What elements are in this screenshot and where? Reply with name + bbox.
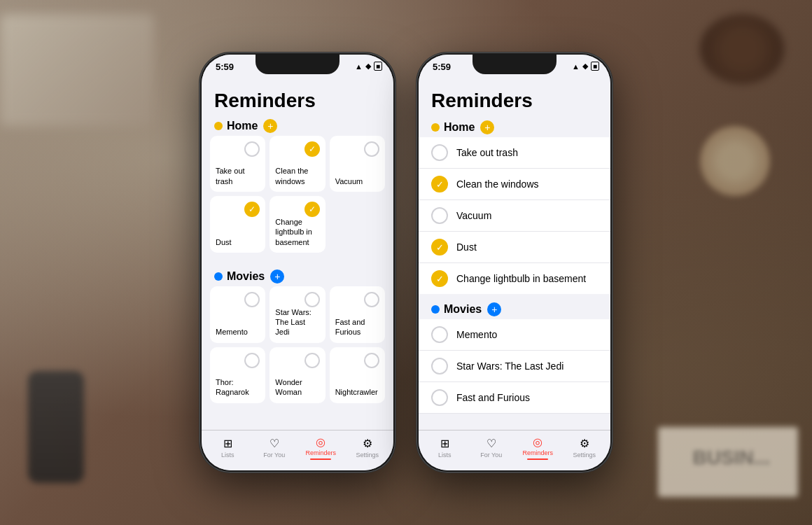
check-lightbulb-right[interactable]: ✓ (431, 270, 448, 287)
tab-for-you-right[interactable]: ♡ For You (468, 438, 515, 458)
movies-add-left[interactable]: + (270, 270, 284, 284)
check-clean-windows-right[interactable]: ✓ (431, 176, 448, 192)
tab-settings-right[interactable]: ⚙ Settings (561, 438, 608, 458)
settings-icon-left: ⚙ (359, 438, 376, 450)
scroll-area-right[interactable]: Home + Take out trash ✓ Clean the window… (419, 116, 610, 430)
check-fast-furious[interactable] (364, 292, 379, 307)
label-starwars: Star Wars: The Last Jedi (275, 307, 319, 337)
check-clean-windows[interactable]: ✓ (304, 141, 320, 157)
label-starwars-right: Star Wars: The Last Jedi (456, 360, 564, 372)
scroll-area-left[interactable]: Home + Take out trash ✓ Clean the window… (202, 116, 393, 430)
tab-reminders-right[interactable]: ◎ Reminders (514, 435, 561, 460)
check-take-out-trash-right[interactable] (431, 144, 448, 161)
list-item-fast-furious[interactable]: Fast and Furious (419, 382, 610, 414)
grid-card-memento[interactable]: Memento (210, 286, 265, 343)
home-section-left: Home + Take out trash ✓ Clean the window… (202, 116, 393, 262)
home-section-right: Home + Take out trash ✓ Clean the window… (419, 116, 610, 294)
label-fast-furious-right: Fast and Furious (456, 392, 530, 403)
label-fast-furious: Fast and Furious (335, 317, 379, 337)
label-dust-right: Dust (456, 241, 477, 253)
home-grid-row1: Take out trash ✓ Clean the windows Vacuu… (210, 136, 385, 192)
tab-bar-left: ⊞ Lists ♡ For You ◎ Reminders ⚙ Settings (202, 430, 393, 470)
movies-title-left: Movies (227, 270, 265, 283)
check-memento-right[interactable] (431, 326, 448, 343)
check-dust[interactable]: ✓ (244, 202, 260, 217)
tab-lists-left[interactable]: ⊞ Lists (204, 438, 251, 458)
grid-card-dust[interactable]: ✓ Dust (210, 196, 265, 253)
notch-left (255, 55, 340, 74)
home-title-left: Home (227, 120, 258, 132)
list-item-vacuum[interactable]: Vacuum (419, 200, 610, 232)
list-item-take-out-trash[interactable]: Take out trash (419, 137, 610, 169)
bg-phone-small (28, 371, 84, 483)
tab-active-bar-left (310, 458, 331, 460)
check-lightbulb[interactable]: ✓ (304, 202, 320, 217)
check-wonder-woman[interactable] (304, 353, 320, 368)
home-add-right[interactable]: + (480, 120, 494, 134)
bg-business-text: BUSIN... (693, 447, 770, 469)
movies-dot-right (431, 305, 440, 314)
list-item-starwars[interactable]: Star Wars: The Last Jedi (419, 351, 610, 382)
tab-lists-label-left: Lists (221, 451, 234, 458)
phone-right: 5:59 ▲ ◆ ■ Reminders Home + (416, 52, 612, 472)
tab-settings-label-right: Settings (573, 451, 596, 458)
check-vacuum[interactable] (364, 141, 379, 157)
grid-card-lightbulb[interactable]: ✓ Change lightbulb in basement (270, 196, 325, 253)
tab-settings-left[interactable]: ⚙ Settings (344, 438, 391, 458)
app-title-left: Reminders (202, 84, 393, 116)
movies-grid-row1: Memento Star Wars: The Last Jedi Fast an… (210, 286, 385, 343)
grid-card-nightcrawler[interactable]: Nightcrawler (330, 347, 385, 403)
check-take-out-trash[interactable] (244, 141, 260, 157)
movies-grid-row2: Thor: Ragnarok Wonder Woman Nightcrawler (210, 347, 385, 403)
label-clean-windows: Clean the windows (275, 166, 319, 186)
label-dust: Dust (216, 237, 260, 247)
check-nightcrawler[interactable] (364, 353, 379, 368)
tab-reminders-left[interactable]: ◎ Reminders (298, 435, 344, 460)
phones-container: 5:59 ▲ ◆ ■ Reminders Home + (200, 52, 612, 472)
movies-add-right[interactable]: + (487, 302, 501, 316)
check-starwars[interactable] (304, 292, 320, 307)
status-icons-left: ▲ ◆ ■ (355, 62, 382, 71)
grid-card-thor[interactable]: Thor: Ragnarok (210, 347, 265, 403)
grid-card-take-out-trash[interactable]: Take out trash (210, 136, 265, 192)
movies-section-left: Movies + Memento Star Wars: The Last Jed… (202, 267, 393, 413)
grid-card-fast-furious[interactable]: Fast and Furious (330, 286, 385, 343)
grid-card-clean-windows[interactable]: ✓ Clean the windows (270, 136, 325, 192)
label-thor: Thor: Ragnarok (216, 377, 260, 398)
tab-reminders-label-right: Reminders (522, 449, 553, 456)
list-item-dust[interactable]: ✓ Dust (419, 232, 610, 263)
for-you-icon-right: ♡ (483, 438, 500, 450)
tab-for-you-left[interactable]: ♡ For You (251, 438, 298, 458)
battery-icon-left: ■ (374, 62, 382, 71)
status-time-left: 5:59 (216, 62, 234, 72)
list-item-clean-windows[interactable]: ✓ Clean the windows (419, 169, 610, 200)
check-thor[interactable] (244, 353, 260, 368)
check-memento[interactable] (244, 292, 260, 307)
grid-card-starwars[interactable]: Star Wars: The Last Jedi (270, 286, 325, 343)
movies-header-right: Movies + (419, 298, 610, 319)
label-vacuum: Vacuum (335, 176, 379, 186)
phone-right-inner: 5:59 ▲ ◆ ■ Reminders Home + (419, 55, 610, 470)
movies-dot-left (214, 272, 223, 281)
grid-card-wonder-woman[interactable]: Wonder Woman (270, 347, 325, 403)
grid-card-empty (330, 196, 385, 253)
grid-card-vacuum[interactable]: Vacuum (330, 136, 385, 192)
list-item-memento[interactable]: Memento (419, 319, 610, 351)
home-add-left[interactable]: + (263, 119, 277, 133)
label-take-out-trash: Take out trash (216, 166, 260, 186)
label-nightcrawler: Nightcrawler (335, 387, 379, 397)
label-memento: Memento (216, 327, 260, 337)
check-starwars-right[interactable] (431, 358, 448, 374)
list-item-lightbulb[interactable]: ✓ Change lightbulb in basement (419, 263, 610, 294)
check-dust-right[interactable]: ✓ (431, 239, 448, 255)
check-fast-furious-right[interactable] (431, 389, 448, 406)
label-lightbulb: Change lightbulb in basement (275, 217, 319, 247)
home-header-left: Home + (210, 116, 385, 136)
signal-icon-right: ◆ (582, 62, 588, 71)
check-vacuum-right[interactable] (431, 207, 448, 224)
tab-for-you-label-left: For You (263, 451, 285, 458)
movies-section-right: Movies + Memento Star Wars: The Last Jed… (419, 298, 610, 414)
notch-right (472, 55, 556, 74)
label-vacuum-right: Vacuum (456, 210, 491, 221)
tab-lists-right[interactable]: ⊞ Lists (421, 438, 468, 458)
